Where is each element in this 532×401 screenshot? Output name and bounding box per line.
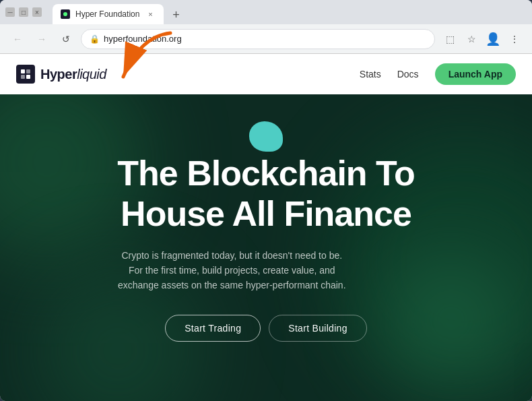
nav-links: Stats Docs Launch App [360, 63, 516, 85]
hero-buttons: Start Trading Start Building [117, 315, 414, 342]
bookmark-button[interactable]: ☆ [462, 30, 481, 49]
active-tab[interactable]: Hyper Foundation × [53, 4, 164, 24]
teal-decoration [249, 121, 283, 152]
back-button[interactable]: ← [8, 30, 27, 49]
svg-rect-2 [26, 69, 30, 73]
menu-button[interactable]: ⋮ [505, 30, 524, 49]
refresh-button[interactable]: ↺ [57, 30, 75, 49]
svg-rect-3 [21, 75, 25, 79]
browser-window: ─ □ × Hyper Foundation × + ← → ↺ 🔒 hyper… [0, 0, 532, 401]
stats-link[interactable]: Stats [360, 69, 381, 80]
tab-close-button[interactable]: × [145, 9, 156, 20]
launch-app-button[interactable]: Launch App [435, 63, 516, 85]
hero-title: The Blockchain To House All Finance [117, 154, 414, 235]
svg-rect-1 [21, 69, 25, 73]
logo-icon [16, 65, 35, 84]
site-logo: Hyperliquid [16, 65, 106, 84]
tab-favicon [61, 9, 70, 19]
new-tab-button[interactable]: + [166, 5, 185, 24]
site-nav: Hyperliquid Stats Docs Launch App [0, 54, 532, 94]
hero-content: The Blockchain To House All Finance Cryp… [117, 154, 414, 342]
toolbar-icons: ⬚ ☆ 👤 ⋮ [440, 30, 524, 49]
start-building-button[interactable]: Start Building [269, 315, 366, 342]
svg-rect-4 [26, 75, 30, 79]
profile-button[interactable]: 👤 [484, 30, 502, 49]
address-bar[interactable]: 🔒 hyperfoundation.org [81, 29, 435, 49]
docs-link[interactable]: Docs [397, 69, 419, 80]
lock-icon: 🔒 [90, 34, 100, 44]
hero-subtitle: Crypto is fragmented today, but it doesn… [117, 248, 346, 293]
url-text: hyperfoundation.org [104, 34, 182, 44]
window-controls: ─ □ × [5, 7, 42, 17]
forward-button[interactable]: → [32, 30, 51, 49]
address-bar-row: ← → ↺ 🔒 hyperfoundation.org ⬚ ☆ 👤 ⋮ [0, 24, 532, 54]
hero-section: The Blockchain To House All Finance Cryp… [0, 94, 532, 401]
website-content: Hyperliquid Stats Docs Launch App The Bl… [0, 54, 532, 401]
tabs-bar: Hyper Foundation × + [47, 0, 527, 24]
title-bar: ─ □ × Hyper Foundation × + [0, 0, 532, 24]
maximize-button[interactable]: □ [19, 7, 28, 17]
minimize-button[interactable]: ─ [5, 7, 15, 17]
cast-button[interactable]: ⬚ [440, 30, 459, 49]
start-trading-button[interactable]: Start Trading [165, 315, 261, 342]
close-button[interactable]: × [32, 7, 42, 17]
logo-text: Hyperliquid [40, 67, 106, 82]
tab-title: Hyper Foundation [75, 9, 139, 19]
